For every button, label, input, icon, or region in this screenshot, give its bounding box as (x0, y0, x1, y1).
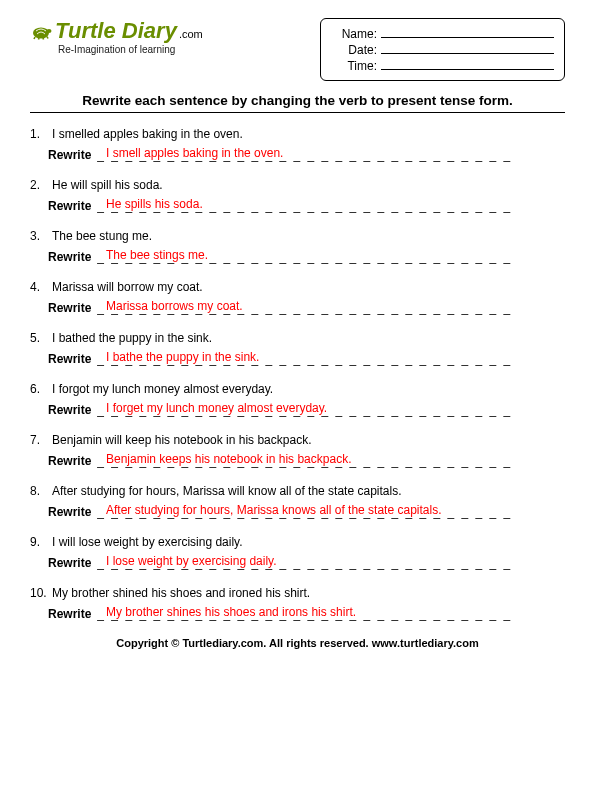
question-prompt: 3.The bee stung me. (30, 229, 565, 243)
question-text: I will lose weight by exercising daily. (52, 535, 243, 549)
answer-text: Marissa borrows my coat. (106, 299, 243, 313)
answer-text: He spills his soda. (106, 197, 203, 211)
question-item: 7.Benjamin will keep his notebook in his… (30, 433, 565, 468)
divider-line (30, 112, 565, 113)
date-field-line[interactable] (381, 42, 554, 54)
rewrite-label: Rewrite (48, 301, 91, 315)
question-prompt: 5.I bathed the puppy in the sink. (30, 331, 565, 345)
header-row: Turtle Diary.com Re-Imagination of learn… (30, 18, 565, 81)
rewrite-label: Rewrite (48, 352, 91, 366)
question-prompt: 9.I will lose weight by exercising daily… (30, 535, 565, 549)
question-prompt: 2.He will spill his soda. (30, 178, 565, 192)
logo-dotcom: .com (179, 28, 203, 40)
time-label: Time: (331, 59, 377, 73)
question-item: 9.I will lose weight by exercising daily… (30, 535, 565, 570)
date-label: Date: (331, 43, 377, 57)
turtle-icon (30, 20, 52, 46)
answer-text: Benjamin keeps his notebook in his backp… (106, 452, 351, 466)
answer-text: After studying for hours, Marissa knows … (106, 503, 441, 517)
question-prompt: 7.Benjamin will keep his notebook in his… (30, 433, 565, 447)
question-number: 3. (30, 229, 48, 243)
question-text: After studying for hours, Marissa will k… (52, 484, 401, 498)
logo-block: Turtle Diary.com Re-Imagination of learn… (30, 18, 203, 55)
question-number: 4. (30, 280, 48, 294)
rewrite-label: Rewrite (48, 607, 91, 621)
question-text: My brother shined his shoes and ironed h… (52, 586, 310, 600)
question-number: 7. (30, 433, 48, 447)
question-number: 10. (30, 586, 48, 600)
rewrite-label: Rewrite (48, 250, 91, 264)
question-text: The bee stung me. (52, 229, 152, 243)
meta-time-row: Time: (331, 58, 554, 73)
svg-point-1 (47, 29, 52, 33)
question-text: Benjamin will keep his notebook in his b… (52, 433, 311, 447)
rewrite-row: Rewrite_ _ _ _ _ _ _ _ _ _ _ _ _ _ _ _ _… (48, 148, 565, 162)
question-number: 2. (30, 178, 48, 192)
rewrite-label: Rewrite (48, 556, 91, 570)
rewrite-label: Rewrite (48, 403, 91, 417)
question-number: 8. (30, 484, 48, 498)
answer-text: The bee stings me. (106, 248, 208, 262)
rewrite-row: Rewrite_ _ _ _ _ _ _ _ _ _ _ _ _ _ _ _ _… (48, 505, 565, 519)
rewrite-label: Rewrite (48, 454, 91, 468)
rewrite-label: Rewrite (48, 148, 91, 162)
question-number: 6. (30, 382, 48, 396)
rewrite-row: Rewrite_ _ _ _ _ _ _ _ _ _ _ _ _ _ _ _ _… (48, 556, 565, 570)
question-item: 4.Marissa will borrow my coat.Rewrite_ _… (30, 280, 565, 315)
answer-text: I smell apples baking in the oven. (106, 146, 283, 160)
rewrite-row: Rewrite_ _ _ _ _ _ _ _ _ _ _ _ _ _ _ _ _… (48, 250, 565, 264)
name-field-line[interactable] (381, 26, 554, 38)
question-prompt: 8.After studying for hours, Marissa will… (30, 484, 565, 498)
question-item: 8.After studying for hours, Marissa will… (30, 484, 565, 519)
question-text: I bathed the puppy in the sink. (52, 331, 212, 345)
logo: Turtle Diary.com (30, 18, 203, 46)
question-item: 6.I forgot my lunch money almost everyda… (30, 382, 565, 417)
answer-text: I lose weight by exercising daily. (106, 554, 277, 568)
name-label: Name: (331, 27, 377, 41)
question-number: 5. (30, 331, 48, 345)
logo-text-1: T (55, 18, 68, 43)
rewrite-row: Rewrite_ _ _ _ _ _ _ _ _ _ _ _ _ _ _ _ _… (48, 199, 565, 213)
rewrite-row: Rewrite_ _ _ _ _ _ _ _ _ _ _ _ _ _ _ _ _… (48, 352, 565, 366)
time-field-line[interactable] (381, 58, 554, 70)
question-item: 10.My brother shined his shoes and irone… (30, 586, 565, 621)
question-list: 1.I smelled apples baking in the oven.Re… (30, 127, 565, 621)
rewrite-row: Rewrite_ _ _ _ _ _ _ _ _ _ _ _ _ _ _ _ _… (48, 403, 565, 417)
rewrite-row: Rewrite_ _ _ _ _ _ _ _ _ _ _ _ _ _ _ _ _… (48, 607, 565, 621)
answer-text: I forget my lunch money almost everyday. (106, 401, 327, 415)
question-text: Marissa will borrow my coat. (52, 280, 203, 294)
meta-name-row: Name: (331, 26, 554, 41)
logo-text-2: urtle Diary (68, 18, 177, 43)
meta-date-row: Date: (331, 42, 554, 57)
question-text: He will spill his soda. (52, 178, 163, 192)
question-item: 1.I smelled apples baking in the oven.Re… (30, 127, 565, 162)
question-prompt: 6.I forgot my lunch money almost everyda… (30, 382, 565, 396)
meta-box: Name: Date: Time: (320, 18, 565, 81)
question-item: 5.I bathed the puppy in the sink.Rewrite… (30, 331, 565, 366)
answer-text: I bathe the puppy in the sink. (106, 350, 259, 364)
question-number: 9. (30, 535, 48, 549)
footer-copyright: Copyright © Turtlediary.com. All rights … (30, 637, 565, 649)
question-prompt: 10.My brother shined his shoes and irone… (30, 586, 565, 600)
question-item: 3.The bee stung me.Rewrite_ _ _ _ _ _ _ … (30, 229, 565, 264)
instruction-text: Rewrite each sentence by changing the ve… (30, 93, 565, 108)
question-text: I forgot my lunch money almost everyday. (52, 382, 273, 396)
question-text: I smelled apples baking in the oven. (52, 127, 243, 141)
question-prompt: 4.Marissa will borrow my coat. (30, 280, 565, 294)
rewrite-row: Rewrite_ _ _ _ _ _ _ _ _ _ _ _ _ _ _ _ _… (48, 301, 565, 315)
rewrite-row: Rewrite_ _ _ _ _ _ _ _ _ _ _ _ _ _ _ _ _… (48, 454, 565, 468)
rewrite-label: Rewrite (48, 505, 91, 519)
answer-text: My brother shines his shoes and irons hi… (106, 605, 356, 619)
question-number: 1. (30, 127, 48, 141)
rewrite-label: Rewrite (48, 199, 91, 213)
question-item: 2.He will spill his soda.Rewrite_ _ _ _ … (30, 178, 565, 213)
question-prompt: 1.I smelled apples baking in the oven. (30, 127, 565, 141)
